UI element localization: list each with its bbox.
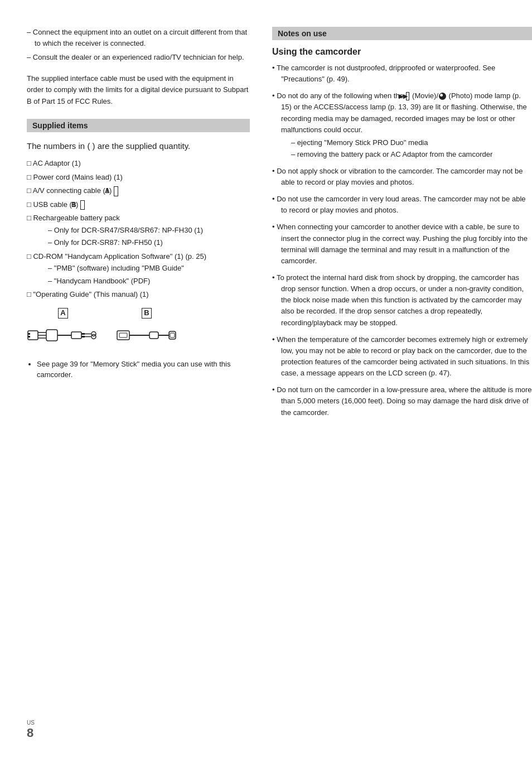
cable-diagram: A (27, 308, 250, 350)
supplied-item-usb: USB cable (1) B (27, 199, 250, 210)
svg-rect-0 (28, 331, 38, 340)
using-camcorder-title: Using the camcorder (272, 47, 532, 57)
svg-rect-6 (46, 330, 57, 341)
note-2: Do not do any of the following when the … (272, 90, 532, 160)
supplied-item-battery: Rechargeable battery pack Only for DCR-S… (27, 213, 250, 248)
interface-cable-paragraph: The supplied interface cable must be use… (27, 73, 250, 108)
cable-item-a: A (27, 308, 99, 350)
svg-rect-18 (149, 332, 158, 339)
svg-rect-10 (81, 336, 85, 337)
cdrom-sub-1: "PMB" (software) including "PMB Guide" (48, 263, 250, 274)
page: Connect the equipment into an outlet on … (0, 0, 532, 757)
intro-bullet-1: Connect the equipment into an outlet on … (27, 27, 250, 49)
svg-rect-21 (170, 333, 175, 337)
supplied-item-guide: "Operating Guide" (This manual) (1) (27, 289, 250, 300)
badge-a: A (114, 186, 118, 196)
movie-mode-icon: ▶▶ (406, 92, 409, 100)
svg-rect-15 (117, 331, 129, 340)
battery-sub-1: Only for DCR-SR47/SR48/SR67: NP-FH30 (1) (48, 225, 250, 236)
page-number-value: 8 (27, 726, 35, 740)
note-1: The camcorder is not dustproofed, drippr… (272, 62, 532, 85)
supplied-items-header: Supplied items (27, 119, 250, 132)
right-column: Notes on use Using the camcorder The cam… (267, 27, 532, 730)
svg-rect-2 (28, 336, 30, 337)
note-3: Do not apply shock or vibration to the c… (272, 166, 532, 188)
notes-on-use-header: Notes on use (272, 27, 532, 40)
note-2-sub-1: ejecting "Memory Stick PRO Duo" media (291, 137, 532, 148)
cable-a-svg (27, 321, 99, 350)
note-4: Do not use the camcorder in very loud ar… (272, 194, 532, 216)
see-page-list: See page 39 for "Memory Stick" media you… (27, 359, 250, 380)
supplied-items-list: AC Adaptor (1) Power cord (Mains lead) (… (27, 158, 250, 300)
left-column: Connect the equipment into an outlet on … (27, 27, 267, 730)
cdrom-sub-list: "PMB" (software) including "PMB Guide" "… (48, 263, 250, 286)
page-label-us: US (27, 720, 35, 726)
page-number: US 8 (27, 720, 35, 740)
svg-point-14 (91, 334, 96, 339)
note-5: When connecting your camcorder to anothe… (272, 221, 532, 267)
intro-bullet-list: Connect the equipment into an outlet on … (27, 27, 250, 63)
note-2-sub-2: removing the battery pack or AC Adaptor … (291, 149, 532, 160)
note-2-sub-list: ejecting "Memory Stick PRO Duo" media re… (291, 137, 532, 160)
see-page-item: See page 39 for "Memory Stick" media you… (37, 359, 250, 380)
notes-list: The camcorder is not dustproofed, drippr… (272, 62, 532, 418)
note-7: When the temperature of the camcorder be… (272, 334, 532, 379)
cable-b-svg (116, 321, 177, 350)
supplied-item-av: A/V connecting cable (1) A (27, 185, 250, 196)
battery-sub-list: Only for DCR-SR47/SR48/SR67: NP-FH30 (1)… (48, 225, 250, 248)
note-6: To protect the internal hard disk from s… (272, 272, 532, 329)
cable-item-b: B (116, 308, 177, 350)
supplied-intro-text: The numbers in ( ) are the supplied quan… (27, 140, 250, 153)
svg-rect-9 (81, 333, 85, 335)
battery-sub-2: Only for DCR-SR87: NP-FH50 (1) (48, 237, 250, 248)
svg-rect-1 (28, 333, 30, 335)
supplied-item-powercord: Power cord (Mains lead) (1) (27, 172, 250, 183)
diagram-label-a: A (58, 308, 67, 319)
intro-bullet-2: Consult the dealer or an experienced rad… (27, 52, 250, 63)
svg-rect-8 (71, 332, 81, 339)
svg-rect-16 (119, 333, 127, 337)
cdrom-sub-2: "Handycam Handbook" (PDF) (48, 276, 250, 287)
supplied-item-cdrom: CD-ROM "Handycam Application Software" (… (27, 251, 250, 287)
diagram-label-b: B (142, 308, 151, 319)
badge-b: B (80, 200, 85, 210)
supplied-item-ac: AC Adaptor (1) (27, 158, 250, 169)
photo-mode-icon (439, 93, 446, 100)
note-8: Do not turn on the camcorder in a low-pr… (272, 384, 532, 418)
